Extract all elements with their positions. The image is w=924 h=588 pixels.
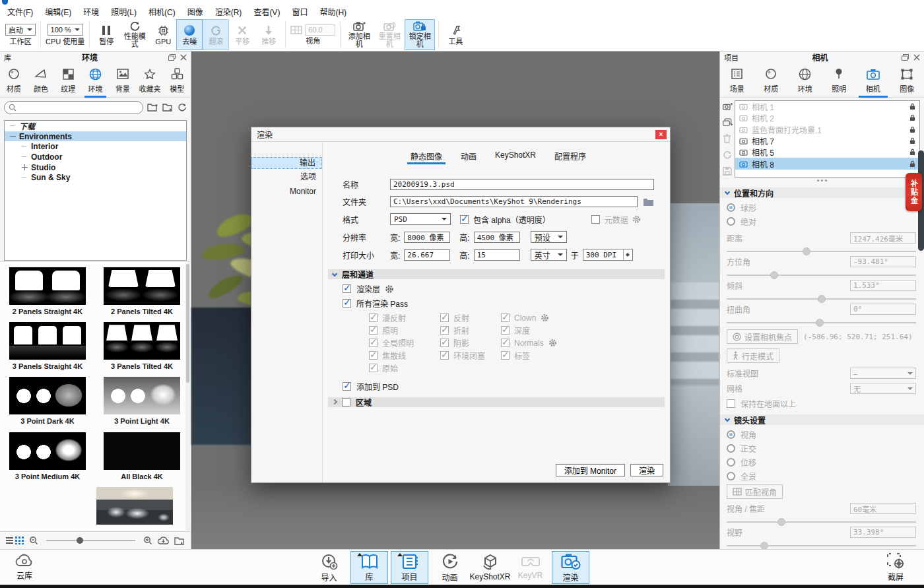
cloud-download-icon[interactable] (158, 536, 169, 545)
float-panel-icon[interactable] (902, 54, 909, 61)
tab-colors[interactable]: 颜色 (27, 63, 54, 97)
pass-refraction[interactable]: 折射 (440, 325, 501, 336)
section-layers-channels[interactable]: 层和通道 (328, 269, 665, 279)
pass-clown[interactable]: Clown (501, 313, 600, 323)
screenshot-button[interactable]: 截屏 (878, 552, 913, 582)
tab-favorites[interactable]: 收藏夹 (136, 63, 163, 97)
grid-view-icon[interactable] (15, 537, 24, 544)
list-view-icon[interactable] (5, 537, 14, 544)
thumb-all-black[interactable]: All Black 4K (100, 432, 184, 481)
refresh-icon[interactable] (178, 103, 187, 112)
twist-field[interactable]: 0° (850, 304, 916, 315)
tab-configurator[interactable]: 配置程序 (554, 149, 587, 164)
keep-above-ground-row[interactable]: 保持在地面以上 (727, 396, 916, 410)
radio-absolute[interactable]: 绝对 (727, 214, 916, 228)
tab-lighting[interactable]: 照明 (822, 63, 857, 97)
library-scrollbar[interactable] (185, 263, 190, 533)
pass-lighting[interactable]: 照明 (369, 325, 440, 336)
library-search-input[interactable] (4, 101, 143, 114)
pass-global-illumination[interactable]: 全局照明 (369, 337, 440, 348)
reset-camera-icon[interactable] (723, 150, 732, 160)
field-of-view-field[interactable]: 33.398° (850, 527, 916, 538)
print-height-input[interactable]: 15 (474, 249, 520, 261)
tab-camera[interactable]: 相机 (856, 63, 890, 97)
thumb-2-panels-straight[interactable]: 2 Panels Straight 4K (5, 267, 90, 316)
section-position-orientation[interactable]: 位置和方向 (720, 187, 924, 198)
pass-caustics[interactable]: 焦散线 (369, 350, 440, 361)
radio-orthographic[interactable]: 正交 (727, 441, 916, 455)
keyvr-button[interactable]: KeyVR (512, 551, 549, 584)
format-dropdown[interactable]: PSD (390, 213, 451, 225)
render-dialog-titlebar[interactable]: 渲染 × (251, 127, 670, 142)
denoise-button[interactable]: 去噪 (176, 19, 203, 50)
radio-perspective[interactable]: 视角 (727, 428, 916, 441)
add-camera-icon[interactable] (723, 102, 733, 111)
menu-image[interactable]: 图像 (182, 5, 209, 18)
radio-spherical[interactable]: 球形 (727, 201, 916, 214)
thumbnail-size-slider[interactable] (46, 540, 135, 541)
cpu-usage-dropdown[interactable]: 100 % (48, 24, 83, 36)
workspace-dropdown[interactable]: 启动 (5, 24, 36, 36)
azimuth-slider[interactable] (727, 275, 916, 276)
splitter-handle[interactable] (720, 178, 924, 183)
float-panel-icon[interactable] (168, 54, 176, 61)
metadata-checkbox[interactable] (591, 215, 600, 224)
camera-row[interactable]: 蓝色背面打光场景.1 (735, 124, 919, 135)
tree-item-interior[interactable]: Interior (5, 141, 186, 152)
section-region[interactable]: 区域 (328, 397, 665, 407)
zoom-out-icon[interactable] (29, 536, 38, 545)
pan-button[interactable]: 平移 (229, 19, 255, 50)
tab-textures[interactable]: 纹理 (55, 63, 82, 97)
add-camera-button[interactable]: 添加相机 (344, 19, 374, 50)
twist-slider[interactable] (727, 322, 916, 323)
close-panel-icon[interactable] (180, 54, 187, 61)
dolly-button[interactable]: 推移 (255, 19, 282, 50)
radio-shift[interactable]: 位移 (727, 455, 916, 469)
menu-camera[interactable]: 相机(C) (143, 5, 182, 18)
dpi-spinner[interactable]: 300 DPI (583, 249, 633, 261)
add-folder-icon[interactable] (147, 103, 158, 112)
browse-folder-icon[interactable] (643, 197, 654, 206)
region-checkbox[interactable] (342, 398, 350, 407)
library-button[interactable]: 库 (350, 551, 388, 584)
pass-diffuse[interactable]: 漫反射 (369, 312, 440, 323)
camera-row[interactable]: 相机 1 (735, 101, 919, 112)
focal-length-field[interactable]: 60毫米 (850, 503, 916, 514)
normals-gear-icon[interactable] (548, 339, 557, 347)
performance-mode-button[interactable]: 性能模式 (119, 19, 150, 50)
pass-reflection[interactable]: 反射 (440, 312, 501, 323)
project-button[interactable]: 项目 (391, 551, 428, 584)
match-perspective-button[interactable]: 匹配视角 (727, 484, 783, 499)
folder-input[interactable]: C:\Users\xxd\Documents\KeyShot 9\Renderi… (390, 196, 638, 207)
all-passes-checkbox[interactable] (343, 299, 351, 308)
overlay-ad-badge[interactable]: 补贴金 (906, 173, 922, 211)
checkbox-icon[interactable] (727, 399, 735, 408)
focal-length-slider[interactable] (727, 521, 916, 523)
azimuth-field[interactable]: -93.481° (850, 256, 916, 267)
inclination-field[interactable]: 1.533° (850, 280, 916, 291)
collapse-icon[interactable] (10, 133, 16, 139)
pass-normals[interactable]: Normals (501, 339, 600, 348)
zoom-in-icon[interactable] (143, 536, 152, 545)
expand-icon[interactable] (22, 164, 28, 170)
fov-value-field[interactable]: 60.0 (305, 24, 335, 36)
tree-item-downloads[interactable]: 下载 (5, 121, 186, 131)
tab-environment[interactable]: 环境 (788, 63, 822, 97)
metadata-gear-icon[interactable] (632, 215, 641, 224)
pass-shadow[interactable]: 阴影 (440, 337, 501, 348)
tab-backplates[interactable]: 背景 (109, 63, 136, 97)
tab-animation[interactable]: 动画 (460, 149, 477, 164)
tab-material[interactable]: 材质 (754, 63, 789, 97)
pass-ambient-occlusion[interactable]: 环境闭塞 (440, 350, 501, 361)
menu-render[interactable]: 渲染(R) (209, 5, 248, 18)
menu-file[interactable]: 文件(F) (1, 5, 39, 18)
duplicate-camera-icon[interactable] (723, 118, 733, 127)
section-lens-settings[interactable]: 镜头设置 (720, 414, 924, 425)
animation-button[interactable]: 动画 (431, 551, 469, 584)
add-to-psd-checkbox[interactable] (343, 382, 351, 391)
unit-dropdown[interactable]: 英寸 (531, 249, 567, 261)
delete-camera-icon[interactable] (723, 134, 731, 143)
resolution-height-input[interactable]: 4500 像素 (474, 232, 520, 243)
inclination-slider[interactable] (727, 298, 916, 300)
pass-raw[interactable]: 原始 (369, 362, 440, 374)
